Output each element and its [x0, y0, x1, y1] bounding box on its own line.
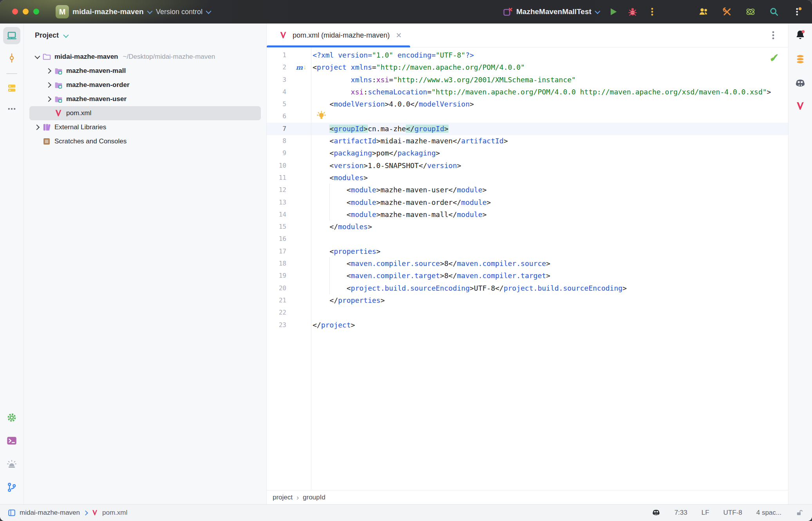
- module-folder-icon: [54, 67, 63, 75]
- line-number[interactable]: 22: [267, 306, 311, 318]
- tab-pom-xml[interactable]: pom.xml (midai-mazhe-maven) ×: [267, 24, 410, 47]
- line-number[interactable]: 16: [267, 233, 311, 245]
- chevron-right-icon[interactable]: [32, 125, 42, 129]
- tree-item-label: pom.xml: [66, 109, 91, 117]
- project-widget[interactable]: M midai-mazhe-maven: [56, 0, 151, 24]
- zoom-window-button[interactable]: [33, 9, 39, 14]
- status-caret-position[interactable]: 7:33: [675, 509, 687, 517]
- line-number[interactable]: 15: [267, 221, 311, 233]
- tree-item-label: Scratches and Consoles: [54, 137, 127, 145]
- breadcrumb-project[interactable]: project: [273, 494, 293, 501]
- terminal-tool-button[interactable]: [6, 435, 18, 447]
- tab-options-kebab-icon[interactable]: [768, 30, 779, 41]
- ai-plugin-button[interactable]: [745, 6, 756, 17]
- gutter-m-mark: m: [296, 63, 303, 71]
- project-panel-header[interactable]: Project: [35, 31, 67, 40]
- search-everywhere-button[interactable]: [769, 6, 779, 17]
- tree-item-mazhe-maven-mall[interactable]: mazhe-maven-mall: [29, 64, 261, 78]
- code-area[interactable]: <?xml version="1.0" encoding="UTF-8"?><p…: [313, 49, 788, 331]
- line-number[interactable]: 17: [267, 245, 311, 257]
- project-tool-button[interactable]: [3, 27, 20, 44]
- tree-item-midai-mazhe-maven[interactable]: midai-mazhe-maven~/Desktop/midai-mazhe-m…: [29, 50, 261, 64]
- intention-lightbulb-icon[interactable]: [316, 110, 327, 121]
- chevron-right-icon[interactable]: [43, 69, 54, 73]
- code-line-11: <modules>: [313, 172, 788, 184]
- code-line-10: <version>1.0-SNAPSHOT</version>: [313, 159, 788, 172]
- line-number[interactable]: 10: [267, 159, 311, 172]
- debug-button[interactable]: [627, 6, 638, 17]
- line-number[interactable]: 3: [267, 74, 311, 86]
- tree-item-scratches-and-consoles[interactable]: Scratches and Consoles: [29, 134, 261, 148]
- line-number[interactable]: 13: [267, 196, 311, 208]
- structure-tool-button[interactable]: [6, 82, 18, 94]
- database-tool-button[interactable]: [794, 53, 806, 65]
- status-line-ending[interactable]: LF: [702, 509, 709, 517]
- code-editor[interactable]: 1234567891011121314151617181920212223 m …: [267, 47, 788, 490]
- build-tools-button[interactable]: [722, 6, 732, 17]
- run-configuration-widget[interactable]: MazheMavenMallTest: [503, 0, 599, 24]
- database-icon: [795, 54, 805, 64]
- tree-item-mazhe-maven-order[interactable]: mazhe-maven-order: [29, 78, 261, 92]
- code-line-18: <maven.compiler.source>8</maven.compiler…: [313, 257, 788, 270]
- copilot-chat-button[interactable]: [794, 78, 806, 89]
- vcs-widget[interactable]: Version control: [156, 0, 210, 24]
- more-run-button[interactable]: [647, 6, 658, 17]
- tree-item-pom-xml[interactable]: pom.xml: [29, 106, 261, 120]
- tree-item-external-libraries[interactable]: External Libraries: [29, 120, 261, 134]
- main-menu-icon: [792, 7, 803, 17]
- line-number[interactable]: 12: [267, 184, 311, 196]
- services-tool-button[interactable]: [6, 458, 18, 470]
- main-menu-button[interactable]: [792, 6, 803, 17]
- chevron-down-icon[interactable]: [32, 55, 42, 59]
- inspection-ok-icon[interactable]: ✓✓: [769, 52, 780, 63]
- settings-button[interactable]: [6, 412, 18, 423]
- editor-gutter[interactable]: 1234567891011121314151617181920212223: [267, 49, 311, 331]
- search-everywhere-icon: [769, 7, 779, 17]
- git-tool-button[interactable]: [6, 481, 18, 493]
- status-breadcrumb[interactable]: midai-mazhe-maven pom.xml: [8, 505, 127, 521]
- tree-item-label: midai-mazhe-maven: [54, 53, 118, 61]
- line-number[interactable]: 11: [267, 172, 311, 184]
- line-number[interactable]: 20: [267, 282, 311, 294]
- chevron-down-icon: [63, 32, 69, 38]
- code-line-6: [313, 110, 788, 122]
- line-number[interactable]: 4: [267, 86, 311, 98]
- maven-tool-button[interactable]: [794, 100, 806, 112]
- line-number[interactable]: 9: [267, 147, 311, 159]
- more-run-icon: [647, 7, 657, 17]
- gutter-separator: [311, 47, 311, 490]
- close-tab-icon[interactable]: ×: [396, 31, 401, 40]
- project-panel-title: Project: [35, 31, 59, 40]
- status-encoding[interactable]: UTF-8: [723, 509, 742, 517]
- run-button[interactable]: [608, 6, 618, 17]
- gutter-modified-badge[interactable]: m ↓: [296, 61, 307, 74]
- chevron-down-icon: [595, 9, 600, 14]
- tree-item-mazhe-maven-user[interactable]: mazhe-maven-user: [29, 92, 261, 106]
- line-number[interactable]: 8: [267, 135, 311, 147]
- code-line-19: <maven.compiler.target>8</maven.compiler…: [313, 270, 788, 282]
- structure-tool-icon: [7, 83, 16, 93]
- line-number[interactable]: 18: [267, 257, 311, 270]
- line-number[interactable]: 6: [267, 110, 311, 122]
- lock-open-icon[interactable]: [796, 509, 803, 516]
- breadcrumb-groupid[interactable]: groupId: [303, 494, 326, 501]
- commit-tool-icon: [7, 53, 16, 63]
- line-number[interactable]: 23: [267, 319, 311, 331]
- line-number[interactable]: 1: [267, 49, 311, 61]
- chevron-right-icon[interactable]: [43, 83, 54, 87]
- line-number[interactable]: 7: [267, 123, 311, 135]
- chevron-right-icon[interactable]: [43, 97, 54, 101]
- code-with-me-button[interactable]: [698, 6, 709, 17]
- line-number[interactable]: 21: [267, 294, 311, 306]
- line-number[interactable]: 5: [267, 98, 311, 110]
- commit-tool-button[interactable]: [6, 52, 18, 64]
- copilot-status-icon[interactable]: [652, 508, 660, 517]
- close-window-button[interactable]: [12, 9, 18, 14]
- code-line-2: <project xmlns="http://maven.apache.org/…: [313, 61, 788, 73]
- more-tools-button[interactable]: [6, 103, 18, 115]
- notifications-button[interactable]: [794, 29, 806, 41]
- line-number[interactable]: 19: [267, 270, 311, 282]
- line-number[interactable]: 14: [267, 208, 311, 221]
- status-indent[interactable]: 4 spac...: [756, 509, 781, 517]
- minimize-window-button[interactable]: [23, 9, 29, 14]
